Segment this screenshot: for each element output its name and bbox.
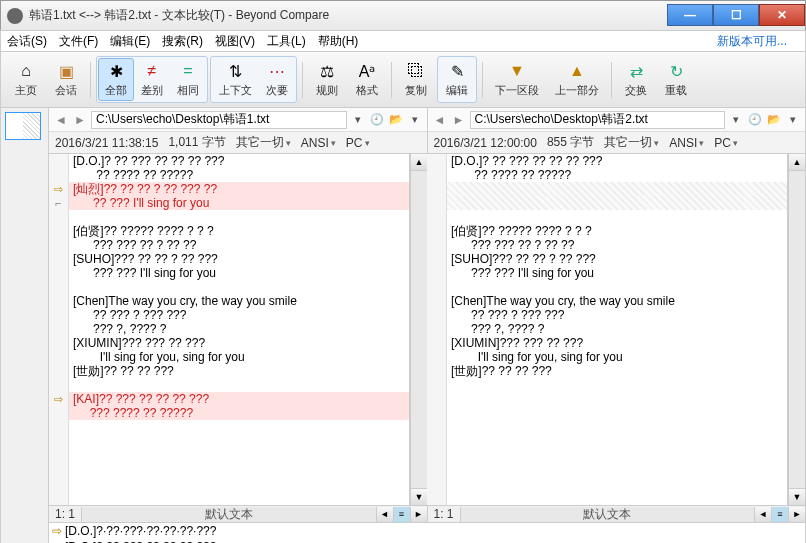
text-line[interactable]: ??? ??? ?? ? ?? ?? — [69, 238, 409, 252]
thumbnail[interactable] — [5, 112, 41, 140]
left-path-input[interactable] — [91, 111, 347, 129]
copy-button[interactable]: ⿻复制 — [397, 58, 435, 101]
text-line[interactable] — [447, 182, 787, 196]
home-button[interactable]: ⌂主页 — [7, 58, 45, 101]
left-cursor-pos: 1: 1 — [49, 507, 81, 521]
thumbnail-pane — [1, 108, 49, 543]
text-line[interactable]: [伯贤]?? ????? ???? ? ? ? — [69, 224, 409, 238]
left-timestamp: 2016/3/21 11:38:15 — [55, 136, 158, 150]
text-line[interactable]: [Chen]The way you cry, the way you smile — [69, 294, 409, 308]
text-line[interactable] — [447, 210, 787, 224]
close-button[interactable]: ✕ — [759, 4, 805, 26]
text-line[interactable] — [69, 280, 409, 294]
text-line[interactable]: [XIUMIN]??? ??? ?? ??? — [447, 336, 787, 350]
left-platform-combo[interactable]: PC▾ — [346, 136, 370, 150]
right-path-input[interactable] — [470, 111, 726, 129]
back-icon[interactable]: ◄ — [53, 112, 69, 128]
right-text-pane[interactable]: [D.O.]? ?? ??? ?? ?? ?? ??? ?? ???? ?? ?… — [447, 154, 788, 505]
text-line[interactable]: [灿烈]?? ?? ?? ? ?? ??? ?? — [69, 182, 409, 196]
same-button[interactable]: =相同 — [170, 58, 206, 101]
text-line[interactable] — [447, 196, 787, 210]
minor-button[interactable]: ⋯次要 — [259, 58, 295, 101]
asterisk-icon: ✱ — [106, 61, 126, 81]
edit-button[interactable]: ✎编辑 — [439, 58, 475, 101]
text-line[interactable]: [世勋]?? ?? ?? ??? — [447, 364, 787, 378]
format-button[interactable]: Aᵃ格式 — [348, 58, 386, 101]
menu-help[interactable]: 帮助(H) — [318, 33, 359, 50]
open-folder-icon[interactable]: 📂 — [388, 112, 404, 128]
reload-button[interactable]: ↻重载 — [657, 58, 695, 101]
dropdown-icon[interactable]: ▾ — [785, 112, 801, 128]
forward-icon[interactable]: ► — [72, 112, 88, 128]
right-scrollbar[interactable]: ▲▼ — [788, 154, 805, 505]
history-icon[interactable]: 🕘 — [369, 112, 385, 128]
text-line[interactable]: [世勋]?? ?? ?? ??? — [69, 364, 409, 378]
diffs-button[interactable]: ≠差别 — [134, 58, 170, 101]
menu-file[interactable]: 文件(F) — [59, 33, 98, 50]
back-icon[interactable]: ◄ — [432, 112, 448, 128]
text-line[interactable]: ??? ??? ?? ? ?? ?? — [447, 238, 787, 252]
text-line[interactable]: I'll sing for you, sing for you — [69, 350, 409, 364]
text-line[interactable]: ??? ?, ???? ? — [69, 322, 409, 336]
right-info-bar: 2016/3/21 12:00:00 855 字节 其它一切▾ ANSI▾ PC… — [428, 132, 806, 154]
text-line[interactable]: ??? ???? ?? ????? — [69, 406, 409, 420]
compare-panes: ◄ ► ▾ 🕘 📂 ▾ ◄ ► ▾ 🕘 📂 ▾ 2016/3/21 11:3 — [49, 108, 805, 543]
left-size: 1,011 字节 — [168, 134, 225, 151]
all-button[interactable]: ✱全部 — [98, 58, 134, 101]
dropdown-icon[interactable]: ▾ — [407, 112, 423, 128]
left-other-combo[interactable]: 其它一切▾ — [236, 134, 291, 151]
history-icon[interactable]: 🕘 — [747, 112, 763, 128]
text-line[interactable]: [Chen]The way you cry, the way you smile — [447, 294, 787, 308]
right-arrow-icon: ⇨ — [49, 524, 65, 538]
left-scrollbar[interactable]: ▲▼ — [410, 154, 427, 505]
dropdown-icon[interactable]: ▾ — [728, 112, 744, 128]
text-line[interactable]: ?? ??? I'll sing for you — [69, 196, 409, 210]
left-encoding-combo[interactable]: ANSI▾ — [301, 136, 336, 150]
right-hscroll[interactable]: 1: 1 默认文本 ◄≡► — [428, 505, 806, 522]
right-other-combo[interactable]: 其它一切▾ — [604, 134, 659, 151]
context-group: ⇅上下文 ⋯次要 — [210, 56, 297, 103]
forward-icon[interactable]: ► — [451, 112, 467, 128]
briefcase-icon: ▣ — [56, 61, 76, 81]
menu-view[interactable]: 视图(V) — [215, 33, 255, 50]
text-line[interactable]: [伯贤]?? ????? ???? ? ? ? — [447, 224, 787, 238]
menu-search[interactable]: 搜索(R) — [162, 33, 203, 50]
text-line[interactable]: ?? ??? ? ??? ??? — [69, 308, 409, 322]
left-text-pane[interactable]: [D.O.]? ?? ??? ?? ?? ?? ??? ?? ???? ?? ?… — [69, 154, 410, 505]
text-line[interactable]: [SUHO]??? ?? ?? ? ?? ??? — [69, 252, 409, 266]
minimize-button[interactable]: — — [667, 4, 713, 26]
text-line[interactable]: [XIUMIN]??? ??? ?? ??? — [69, 336, 409, 350]
swap-button[interactable]: ⇄交换 — [617, 58, 655, 101]
session-button[interactable]: ▣会话 — [47, 58, 85, 101]
dropdown-icon[interactable]: ▾ — [350, 112, 366, 128]
detail-line: ⇨[D.O.]?·??·???·??·??·??·??? — [49, 539, 805, 543]
left-hscroll[interactable]: 1: 1 默认文本 ◄≡► — [49, 505, 428, 522]
text-line[interactable]: [D.O.]? ?? ??? ?? ?? ?? ??? — [69, 154, 409, 168]
text-line[interactable]: ??? ??? I'll sing for you — [447, 266, 787, 280]
text-line[interactable]: ?? ??? ? ??? ??? — [447, 308, 787, 322]
text-line[interactable]: ??? ?, ???? ? — [447, 322, 787, 336]
menu-tools[interactable]: 工具(L) — [267, 33, 306, 50]
context-button[interactable]: ⇅上下文 — [212, 58, 259, 101]
text-line[interactable]: I'll sing for you, sing for you — [447, 350, 787, 364]
next-section-button[interactable]: ▼下一区段 — [488, 58, 546, 101]
right-encoding-combo[interactable]: ANSI▾ — [669, 136, 704, 150]
text-line[interactable]: [SUHO]??? ?? ?? ? ?? ??? — [447, 252, 787, 266]
maximize-button[interactable]: ☐ — [713, 4, 759, 26]
right-platform-combo[interactable]: PC▾ — [714, 136, 738, 150]
text-line[interactable]: ?? ???? ?? ????? — [69, 168, 409, 182]
update-link[interactable]: 新版本可用... — [717, 33, 787, 50]
text-line[interactable]: [KAI]?? ??? ?? ?? ?? ??? — [69, 392, 409, 406]
text-line[interactable] — [69, 210, 409, 224]
text-line[interactable]: ?? ???? ?? ????? — [447, 168, 787, 182]
text-line[interactable] — [69, 378, 409, 392]
prev-section-button[interactable]: ▲上一部分 — [548, 58, 606, 101]
window-controls: — ☐ ✕ — [667, 5, 805, 26]
rules-button[interactable]: ⚖规则 — [308, 58, 346, 101]
text-line[interactable]: ??? ??? I'll sing for you — [69, 266, 409, 280]
text-line[interactable] — [447, 280, 787, 294]
menu-edit[interactable]: 编辑(E) — [110, 33, 150, 50]
text-line[interactable]: [D.O.]? ?? ??? ?? ?? ?? ??? — [447, 154, 787, 168]
open-folder-icon[interactable]: 📂 — [766, 112, 782, 128]
menu-session[interactable]: 会话(S) — [7, 33, 47, 50]
